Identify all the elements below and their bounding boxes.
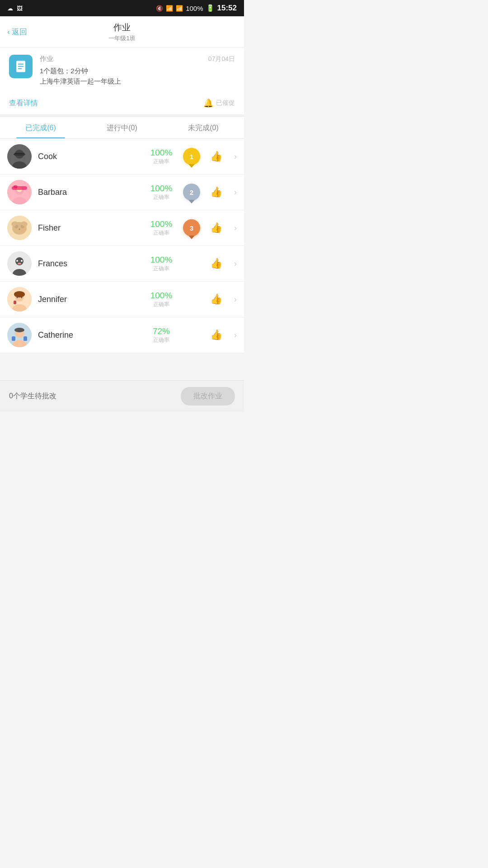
- assignment-header: 作业 07月04日: [40, 55, 235, 63]
- svg-point-32: [17, 297, 18, 298]
- thumbup-button[interactable]: 👍: [210, 329, 222, 341]
- chevron-right-icon: ›: [234, 259, 237, 269]
- score-label: 正确率: [153, 229, 169, 237]
- jennifer-avatar: [7, 287, 32, 311]
- fisher-avatar: [7, 216, 32, 240]
- silver-medal: 2: [183, 184, 200, 201]
- wifi-icon: 📶: [166, 5, 173, 12]
- avatar: [7, 144, 32, 169]
- status-bar: ☁ 🖼 🔇 📶 📶 100% 🔋 15:52: [0, 0, 244, 16]
- svg-rect-3: [18, 68, 22, 69]
- cook-avatar: [7, 144, 32, 169]
- student-name: Cook: [38, 152, 143, 161]
- score-wrap: 100% 正确率: [150, 255, 173, 273]
- thumbup-button[interactable]: 👍: [210, 186, 222, 198]
- student-score: 100%: [150, 148, 173, 158]
- battery-icon: 🔋: [206, 4, 215, 12]
- page-subtitle: 一年级1班: [108, 34, 135, 42]
- barbara-avatar: [7, 180, 32, 204]
- medal-ribbon: [188, 164, 195, 168]
- svg-rect-1: [18, 64, 24, 65]
- tab-inprogress[interactable]: 进行中(0): [81, 117, 163, 138]
- footer-action-bar: 0个学生待批改 批改作业: [0, 380, 244, 412]
- avatar: [7, 251, 32, 276]
- svg-point-26: [21, 260, 23, 262]
- svg-rect-14: [14, 185, 17, 188]
- score-label: 正确率: [153, 336, 169, 344]
- bronze-medal: 3: [183, 219, 200, 236]
- remind-button[interactable]: 🔔 已催促: [203, 98, 235, 108]
- assignment-icon: [9, 55, 33, 78]
- table-row[interactable]: Jennifer 100% 正确率 👍 ›: [0, 282, 244, 317]
- nav-bar: ‹ 返回 作业 一年级1班: [0, 16, 244, 47]
- svg-rect-34: [14, 301, 16, 304]
- student-score: 100%: [150, 219, 173, 229]
- catherine-avatar: [7, 323, 32, 347]
- thumbup-button[interactable]: 👍: [210, 151, 222, 162]
- svg-point-33: [21, 297, 23, 298]
- thumbup-button[interactable]: 👍: [210, 293, 222, 305]
- avatar: [7, 323, 32, 347]
- student-list: Cook 100% 正确率 1 👍 › Barbara: [0, 139, 244, 353]
- student-name: Barbara: [38, 188, 143, 197]
- svg-point-38: [14, 328, 24, 332]
- student-name: Catherine: [38, 330, 143, 340]
- student-score: 100%: [150, 184, 173, 193]
- score-wrap: 100% 正确率: [150, 219, 173, 237]
- svg-rect-8: [14, 154, 25, 155]
- table-row[interactable]: Fisher 100% 正确率 3 👍 ›: [0, 210, 244, 246]
- table-row[interactable]: Catherine 72% 正确率 👍 ›: [0, 317, 244, 353]
- svg-rect-39: [12, 336, 15, 341]
- status-bar-left: ☁ 🖼: [7, 5, 23, 12]
- medal-ribbon: [188, 236, 195, 239]
- tab-completed[interactable]: 已完成(6): [0, 117, 81, 138]
- view-detail-button[interactable]: 查看详情: [9, 99, 38, 108]
- page-title: 作业: [113, 22, 131, 33]
- table-row[interactable]: Cook 100% 正确率 1 👍 ›: [0, 139, 244, 175]
- assignment-footer: 查看详情 🔔 已催促: [0, 94, 244, 117]
- svg-rect-40: [23, 336, 27, 341]
- score-wrap: 100% 正确率: [150, 184, 173, 201]
- gold-medal: 1: [183, 148, 200, 165]
- score-wrap: 100% 正确率: [150, 148, 173, 165]
- table-row[interactable]: Frances 100% 正确率 👍 ›: [0, 246, 244, 282]
- medal-wrap: 1: [183, 148, 204, 165]
- table-row[interactable]: Barbara 100% 正确率 2 👍 ›: [0, 175, 244, 210]
- status-bar-right: 🔇 📶 📶 100% 🔋 15:52: [156, 4, 237, 13]
- pending-count: 0个学生待批改: [9, 392, 56, 401]
- medal-ribbon: [188, 200, 195, 203]
- thumbup-button[interactable]: 👍: [210, 258, 222, 269]
- bottom-spacer: [0, 353, 244, 380]
- svg-point-31: [14, 291, 25, 297]
- student-score: 72%: [153, 326, 170, 336]
- grade-button[interactable]: 批改作业: [181, 387, 235, 406]
- student-score: 100%: [150, 291, 173, 301]
- thumbup-button[interactable]: 👍: [210, 222, 222, 234]
- chevron-right-icon: ›: [234, 188, 237, 197]
- doc-icon: [14, 60, 28, 73]
- tab-incomplete[interactable]: 未完成(0): [163, 117, 244, 138]
- chevron-right-icon: ›: [234, 295, 237, 304]
- tabs-bar: 已完成(6) 进行中(0) 未完成(0): [0, 117, 244, 139]
- back-button[interactable]: ‹ 返回: [7, 27, 27, 37]
- assignment-card: 作业 07月04日 1个题包；2分钟 上海牛津英语一起一年级上: [0, 47, 244, 94]
- svg-point-25: [16, 260, 18, 262]
- chevron-right-icon: ›: [234, 223, 237, 233]
- assignment-desc1: 1个题包；2分钟: [40, 66, 235, 76]
- assignment-info: 作业 07月04日 1个题包；2分钟 上海牛津英语一起一年级上: [40, 55, 235, 86]
- reminded-label: 已催促: [216, 99, 235, 107]
- student-name: Frances: [38, 259, 143, 269]
- clock: 15:52: [217, 4, 237, 13]
- score-label: 正确率: [153, 301, 169, 308]
- assignment-date: 07月04日: [208, 55, 235, 63]
- student-score: 100%: [150, 255, 173, 265]
- image-icon: 🖼: [17, 5, 23, 12]
- frances-avatar: [7, 251, 32, 276]
- assignment-label: 作业: [40, 55, 53, 63]
- bell-icon: 🔔: [203, 98, 213, 108]
- assignment-desc2: 上海牛津英语一起一年级上: [40, 76, 235, 87]
- svg-point-19: [19, 228, 20, 230]
- score-wrap: 100% 正确率: [150, 291, 173, 308]
- back-label: 返回: [12, 27, 27, 37]
- avatar: [7, 180, 32, 204]
